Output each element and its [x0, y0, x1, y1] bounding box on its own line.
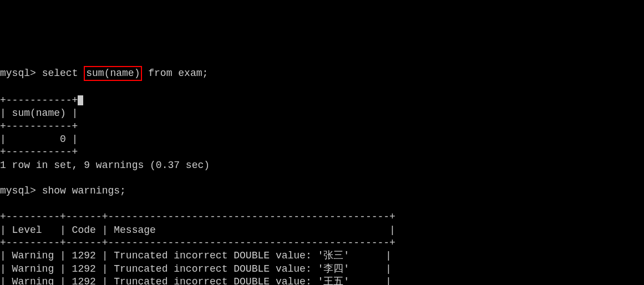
mysql-prompt: mysql> [0, 185, 42, 196]
mysql-prompt: mysql> [0, 68, 42, 79]
warnings-row: | Warning | 1292 | Truncated incorrect D… [0, 250, 644, 262]
query-line-1: mysql> select sum(name) from exam; [0, 66, 644, 81]
warnings-row: | Warning | 1292 | Truncated incorrect D… [0, 263, 644, 276]
warnings-rows: | Warning | 1292 | Truncated incorrect D… [0, 250, 644, 285]
query-text-before: select [42, 68, 84, 79]
cursor [78, 95, 83, 105]
warnings-border-mid: +---------+------+----------------------… [0, 237, 395, 248]
table-border-bot: +-----------+ [0, 146, 78, 157]
query-text: show warnings; [42, 185, 126, 196]
warnings-header: | Level | Code | Message | [0, 225, 395, 236]
table-border-top: +-----------+ [0, 95, 78, 106]
query-text-after: from exam; [142, 68, 208, 79]
warnings-row: | Warning | 1292 | Truncated incorrect D… [0, 276, 644, 285]
result-summary: 1 row in set, 9 warnings (0.37 sec) [0, 160, 210, 171]
warnings-border-top: +---------+------+----------------------… [0, 211, 395, 222]
table-header-row: | sum(name) | [0, 108, 78, 119]
highlighted-expression: sum(name) [84, 66, 142, 81]
table-border-mid: +-----------+ [0, 121, 78, 132]
table-data-row: | 0 | [0, 134, 78, 145]
terminal-output: mysql> select sum(name) from exam; +----… [0, 53, 644, 285]
query-line-2: mysql> show warnings; [0, 185, 644, 197]
